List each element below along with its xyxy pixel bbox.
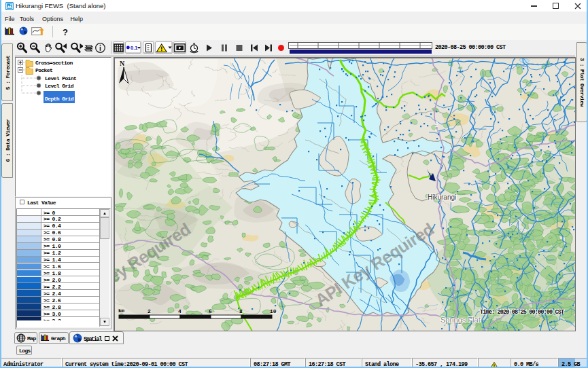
svg-text:6: 6 (209, 308, 212, 314)
svg-text:8: 8 (239, 308, 243, 314)
svg-text:N: N (120, 60, 125, 67)
svg-text:SH 1: SH 1 (434, 120, 439, 131)
svg-text:Springs Flat: Springs Flat (440, 316, 481, 324)
svg-text:0.1: 0.1 (131, 45, 137, 51)
svg-text:km: km (118, 308, 124, 314)
svg-text:10: 10 (270, 308, 277, 314)
svg-text:2: 2 (148, 308, 151, 314)
svg-text:4: 4 (178, 308, 181, 314)
svg-text:Hikurangi: Hikurangi (428, 194, 456, 201)
svg-text:Time: 2020-08-25 00:00:00 CST: Time: 2020-08-25 00:00:00 CST (480, 309, 564, 316)
